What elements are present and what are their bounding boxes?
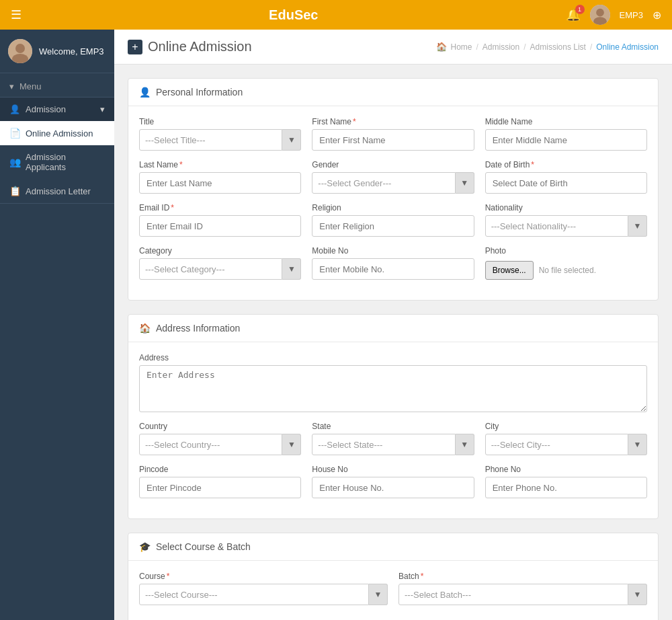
personal-info-body: Title ---Select Title--- Mr. Ms. Mrs. Dr… <box>128 106 658 300</box>
admission-person-icon: 👤 <box>9 104 20 114</box>
mobileno-label: Mobile No <box>312 246 474 256</box>
city-select-arrow[interactable]: ▼ <box>628 434 647 455</box>
breadcrumb: 🏠 Home / Admission / Admissions List / O… <box>436 42 659 52</box>
religion-input[interactable] <box>312 215 474 237</box>
admission-applicants-icon: 👥 <box>9 157 20 167</box>
lastname-input[interactable] <box>139 172 301 194</box>
nationality-group: Nationality ---Select Nationality--- Ind… <box>485 203 647 237</box>
religion-label: Religion <box>312 203 474 212</box>
svg-point-1 <box>596 9 604 17</box>
page-title: + Online Admission <box>128 39 252 54</box>
city-select[interactable]: ---Select City--- <box>485 434 628 455</box>
country-group: Country ---Select Country--- India USA ▼ <box>139 422 301 455</box>
gender-group: Gender ---Select Gender--- Male Female ▼ <box>312 160 474 194</box>
title-select-arrow[interactable]: ▼ <box>282 129 301 151</box>
photo-no-file: No file selected. <box>539 266 596 275</box>
nationality-select-arrow[interactable]: ▼ <box>628 215 647 237</box>
photo-upload: Browse... No file selected. <box>485 261 647 280</box>
mobileno-input[interactable] <box>312 258 474 280</box>
nationality-select[interactable]: ---Select Nationality--- Indian Other <box>485 215 628 237</box>
topbar-username: EMP3 <box>620 10 643 20</box>
share-icon[interactable]: ⊕ <box>653 9 661 22</box>
home-icon: 🏠 <box>436 42 447 52</box>
batch-label: Batch* <box>398 572 647 581</box>
category-label: Category <box>139 246 301 256</box>
dob-group: Date of Birth* <box>485 160 647 194</box>
course-batch-header: 🎓 Select Course & Batch <box>128 533 658 561</box>
sidebar-admission-label: Admission <box>26 104 66 114</box>
breadcrumb-admission[interactable]: Admission <box>482 42 519 52</box>
notification-badge: 1 <box>575 5 585 14</box>
phoneno-input[interactable] <box>485 477 647 498</box>
page-header: + Online Admission 🏠 Home / Admission / … <box>114 30 672 65</box>
form-row-1: Title ---Select Title--- Mr. Ms. Mrs. Dr… <box>139 117 647 151</box>
gender-select-arrow[interactable]: ▼ <box>456 172 474 194</box>
state-select[interactable]: ---Select State--- <box>312 434 455 455</box>
state-select-wrap: ---Select State--- ▼ <box>312 434 474 455</box>
svg-point-4 <box>15 44 25 53</box>
country-select-wrap: ---Select Country--- India USA ▼ <box>139 434 301 455</box>
email-label: Email ID* <box>139 203 301 212</box>
email-group: Email ID* <box>139 203 301 237</box>
title-select[interactable]: ---Select Title--- Mr. Ms. Mrs. Dr. <box>139 129 282 151</box>
pincode-input[interactable] <box>139 477 301 498</box>
houseno-label: House No <box>312 465 474 474</box>
sidebar: Welcome, EMP3 ▾ Menu 👤 Admission ▾ 📄 Onl… <box>0 30 114 620</box>
batch-select[interactable]: ---Select Batch--- <box>398 584 628 605</box>
sidebar-admission-section: 👤 Admission ▾ 📄 Online Admission 👥 Admis… <box>0 98 114 204</box>
course-label: Course* <box>139 572 388 581</box>
chevron-down-icon: ▾ <box>100 104 105 114</box>
breadcrumb-home[interactable]: Home <box>451 42 472 52</box>
graduation-icon: 🎓 <box>139 541 151 552</box>
pincode-row: Pincode House No Phone No <box>139 465 647 498</box>
country-label: Country <box>139 422 301 431</box>
course-select[interactable]: ---Select Course--- <box>139 584 369 605</box>
state-select-arrow[interactable]: ▼ <box>456 434 474 455</box>
address-info-card: 🏠 Address Information Address Co <box>128 314 659 519</box>
sidebar-item-online-admission[interactable]: 📄 Online Admission <box>0 121 114 145</box>
brand-name: EduSec <box>22 7 566 23</box>
sidebar-menu-toggle[interactable]: ▾ Menu <box>0 73 114 97</box>
avatar <box>590 5 610 25</box>
batch-select-arrow[interactable]: ▼ <box>628 584 647 605</box>
email-input[interactable] <box>139 215 301 237</box>
gender-label: Gender <box>312 160 474 169</box>
category-group: Category ---Select Category--- General O… <box>139 246 301 280</box>
sidebar-item-admission-applicants[interactable]: 👥 Admission Applicants <box>0 145 114 179</box>
category-select-arrow[interactable]: ▼ <box>282 258 301 280</box>
course-group: Course* ---Select Course--- ▼ <box>139 572 388 605</box>
sidebar-welcome: Welcome, EMP3 <box>39 46 104 56</box>
pincode-label: Pincode <box>139 465 301 474</box>
houseno-input[interactable] <box>312 477 474 498</box>
city-label: City <box>485 422 647 431</box>
firstname-group: First Name* <box>312 117 474 151</box>
batch-group: Batch* ---Select Batch--- ▼ <box>398 572 647 605</box>
middlename-label: Middle Name <box>485 117 647 126</box>
lastname-label: Last Name* <box>139 160 301 169</box>
category-select[interactable]: ---Select Category--- General OBC SC ST <box>139 258 282 280</box>
firstname-input[interactable] <box>312 129 474 151</box>
religion-group: Religion <box>312 203 474 237</box>
middlename-input[interactable] <box>485 129 647 151</box>
country-select-arrow[interactable]: ▼ <box>282 434 301 455</box>
country-select[interactable]: ---Select Country--- India USA <box>139 434 282 455</box>
batch-select-wrap: ---Select Batch--- ▼ <box>398 584 647 605</box>
sidebar-menu-section: ▾ Menu <box>0 73 114 98</box>
dob-input[interactable] <box>485 172 647 194</box>
notification-icon[interactable]: 🔔 1 <box>566 7 581 22</box>
form-area: 👤 Personal Information Title ---Select T… <box>114 65 672 620</box>
form-row-2: Last Name* Gender ---Select Gender--- Ma… <box>139 160 647 194</box>
hamburger-icon[interactable]: ☰ <box>11 7 22 22</box>
gender-select[interactable]: ---Select Gender--- Male Female <box>312 172 455 194</box>
sidebar-admission-toggle[interactable]: 👤 Admission ▾ <box>0 98 114 121</box>
breadcrumb-admissions-list[interactable]: Admissions List <box>530 42 586 52</box>
address-info-header: 🏠 Address Information <box>128 315 658 342</box>
course-select-arrow[interactable]: ▼ <box>369 584 388 605</box>
photo-browse-button[interactable]: Browse... <box>485 261 534 280</box>
home-sec-icon: 🏠 <box>139 323 151 334</box>
course-batch-body: Course* ---Select Course--- ▼ Batch* <box>128 561 658 620</box>
sidebar-online-admission-label: Online Admission <box>26 128 93 139</box>
sidebar-item-admission-letter[interactable]: 📋 Admission Letter <box>0 179 114 203</box>
form-row-3: Email ID* Religion Nationality ---Select <box>139 203 647 237</box>
address-textarea[interactable] <box>139 365 647 412</box>
